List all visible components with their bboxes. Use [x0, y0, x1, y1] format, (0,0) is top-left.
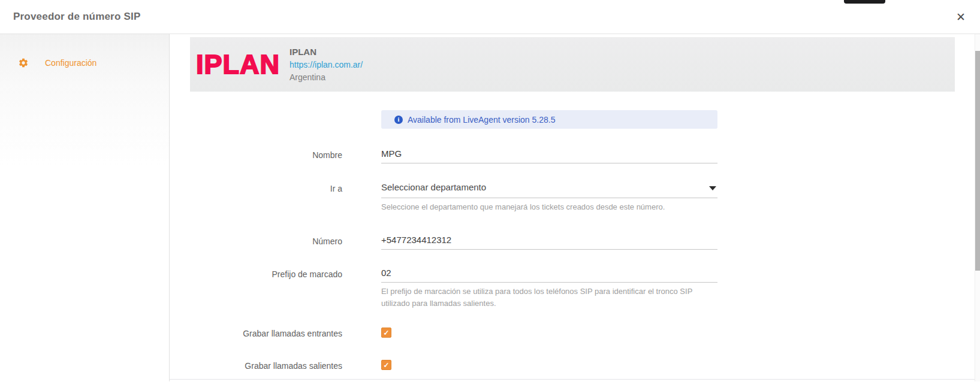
chevron-down-icon[interactable] [709, 186, 716, 190]
dialog-body: Configuración IPLAN IPLAN https://iplan.… [0, 34, 980, 381]
version-notice-banner: i Available from LiveAgent version 5.28.… [381, 110, 717, 129]
version-notice-text: Available from LiveAgent version 5.28.5 [408, 115, 555, 125]
prefijo-input[interactable] [381, 268, 717, 282]
field-row-grabar-salientes: Grabar llamadas salientes ✓ [190, 360, 980, 371]
footer-divider [170, 379, 980, 380]
grabar-salientes-checkbox[interactable]: ✓ [381, 360, 391, 370]
field-row-numero: Número [190, 235, 980, 250]
provider-name: IPLAN [290, 47, 363, 57]
scrollbar-track[interactable] [975, 34, 980, 381]
numero-label: Número [190, 235, 342, 246]
prefijo-label: Prefijo de marcado [190, 268, 342, 279]
scrollbar-thumb[interactable] [975, 51, 980, 271]
sidebar-item-label: Configuración [45, 58, 97, 68]
departamento-select-value[interactable]: Seleccionar departamento [381, 182, 717, 198]
field-row-grabar-entrantes: Grabar llamadas entrantes ✓ [190, 328, 980, 338]
provider-header: IPLAN IPLAN https://iplan.com.ar/ Argent… [190, 37, 955, 92]
field-row-ir-a: Ir a Seleccionar departamento Seleccione… [190, 182, 980, 213]
top-black-tab [844, 0, 885, 4]
provider-info: IPLAN https://iplan.com.ar/ Argentina [290, 47, 363, 82]
dialog-title: Proveedor de número SIP [13, 11, 140, 23]
sidebar-item-configuracion[interactable]: Configuración [0, 52, 169, 74]
info-icon: i [394, 116, 403, 124]
close-icon[interactable]: ✕ [956, 11, 966, 23]
prefijo-helper-text: El prefijo de marcación se utiliza para … [381, 286, 717, 310]
ir-a-label: Ir a [190, 182, 342, 193]
grabar-entrantes-label: Grabar llamadas entrantes [190, 328, 342, 338]
gear-icon [18, 57, 29, 68]
dialog-header: Proveedor de número SIP ✕ [0, 0, 980, 34]
grabar-entrantes-checkbox[interactable]: ✓ [381, 328, 391, 338]
ir-a-helper-text: Seleccione el departamento que manejará … [381, 201, 717, 213]
sidebar: Configuración [0, 34, 170, 381]
departamento-select[interactable]: Seleccionar departamento [381, 182, 717, 198]
provider-country: Argentina [290, 72, 363, 82]
grabar-salientes-label: Grabar llamadas salientes [190, 360, 342, 371]
provider-url-link[interactable]: https://iplan.com.ar/ [290, 60, 363, 69]
main-panel: IPLAN IPLAN https://iplan.com.ar/ Argent… [170, 34, 980, 381]
field-row-prefijo: Prefijo de marcado El prefijo de marcaci… [190, 268, 980, 310]
nombre-input[interactable] [381, 148, 717, 163]
iplan-logo: IPLAN [196, 51, 280, 78]
numero-input[interactable] [381, 235, 717, 249]
field-row-nombre: Nombre [190, 148, 980, 163]
nombre-label: Nombre [190, 148, 342, 160]
